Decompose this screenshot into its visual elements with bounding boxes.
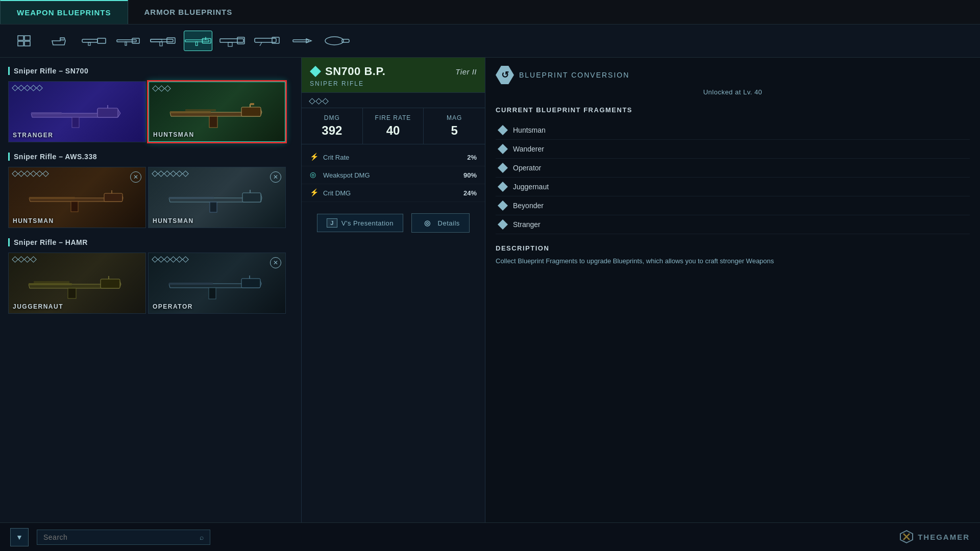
fragment-juggernaut-name: Juggernaut (513, 183, 549, 191)
svg-rect-12 (167, 38, 175, 43)
cat-all[interactable] (10, 31, 39, 51)
svg-rect-21 (228, 42, 232, 46)
search-input[interactable] (43, 533, 195, 541)
tab-weapon-blueprints[interactable]: WEAPON BLUEPRINTS (0, 0, 128, 24)
detail-weapon-icon (310, 66, 321, 77)
cat-special[interactable] (253, 31, 282, 51)
svg-rect-4 (60, 39, 64, 41)
juggernaut-stars (13, 257, 36, 262)
unlock-text: Unlocked at Lv. 40 (496, 88, 970, 96)
top-tabs: WEAPON BLUEPRINTS ARMOR BLUEPRINTS (0, 0, 980, 24)
detail-buttons: J V's Presentation ◎ Details (302, 206, 485, 240)
svg-point-25 (325, 37, 344, 45)
fragment-operator: Operator (496, 159, 970, 178)
svg-rect-52 (169, 283, 213, 285)
stat-dmg-label: DMG (310, 114, 354, 121)
crit-dmg-label: Crit DMG (323, 189, 463, 197)
svg-rect-27 (97, 108, 118, 117)
weapon-card-stranger[interactable]: STRANGER (8, 81, 146, 142)
stat-dmg-value: 392 (310, 123, 354, 138)
cat-lmg[interactable] (218, 31, 247, 51)
bottom-bar: ▼ ⌕ (0, 522, 980, 551)
detail-weapon-name-row: SN700 B.P. Tier II (310, 65, 477, 78)
detail-panel: SN700 B.P. Tier II SNIPER RIFLE DMG 392 … (301, 58, 485, 551)
crit-rate-label: Crit Rate (323, 154, 467, 161)
huntsman2-remove[interactable]: ✕ (130, 171, 141, 183)
fragment-operator-name: Operator (513, 164, 541, 172)
huntsman3-remove[interactable]: ✕ (270, 171, 281, 183)
weapon-card-juggernaut[interactable]: JUGGERNAUT (8, 253, 146, 314)
svg-rect-32 (209, 116, 217, 128)
svg-rect-10 (125, 42, 127, 45)
svg-rect-5 (82, 39, 97, 42)
fragment-huntsman: Huntsman (496, 121, 970, 140)
hamr-cards-row: JUGGERNAUT ✕ (0, 251, 301, 320)
section-title-aws338: Sniper Rifle – AWS.338 (0, 148, 301, 165)
svg-rect-51 (209, 288, 216, 299)
svg-rect-34 (185, 109, 216, 111)
cat-launcher[interactable] (323, 31, 351, 51)
detail-weapon-type: SNIPER RIFLE (310, 80, 477, 87)
weapon-card-huntsman3[interactable]: ✕ HUNTSMAN (148, 167, 286, 228)
watermark-text: THEGAMER (918, 533, 970, 541)
huntsman-stars (153, 86, 170, 91)
cat-pistol[interactable] (45, 31, 74, 51)
svg-rect-16 (202, 38, 211, 43)
attr-crit-rate: ⚡ Crit Rate 2% (302, 148, 485, 166)
stat-mag-label: MAG (432, 114, 477, 121)
fragment-huntsman-name: Huntsman (513, 126, 546, 134)
huntsman2-stars (13, 171, 48, 176)
detail-stats: DMG 392 Fire Rate 40 MAG 5 (302, 108, 485, 144)
tab-armor-blueprints[interactable]: ARMOR BLUEPRINTS (128, 1, 249, 23)
details-key-badge: ◎ (421, 218, 434, 228)
cat-sniper[interactable] (184, 31, 212, 51)
svg-rect-45 (101, 279, 120, 288)
sn700-cards-row: STRANGER (0, 79, 301, 148)
svg-rect-13 (160, 42, 162, 46)
weapon-card-huntsman[interactable]: HUNTSMAN (148, 81, 286, 142)
cat-assault[interactable] (149, 31, 178, 51)
svg-rect-33 (170, 111, 211, 113)
svg-rect-37 (104, 193, 122, 202)
stat-fire-rate: Fire Rate 40 (363, 108, 424, 144)
fragment-stranger-name: Stranger (513, 220, 541, 229)
vs-key-badge: J (327, 218, 337, 228)
attr-weakspot: ◎ Weakspot DMG 90% (302, 166, 485, 184)
svg-rect-39 (29, 197, 75, 199)
cat-melee[interactable] (288, 31, 316, 51)
huntsman2-label: HUNTSMAN (13, 217, 54, 224)
stranger-stars (13, 86, 42, 90)
thegamer-x-logo (899, 530, 914, 544)
fragment-stranger: Stranger (496, 215, 970, 234)
svg-rect-6 (97, 38, 106, 43)
stat-fire-rate-label: Fire Rate (371, 114, 415, 121)
main-layout: Sniper Rifle – SN700 (0, 58, 980, 551)
weapon-card-operator[interactable]: ✕ OPERATOR (148, 253, 286, 314)
filter-button[interactable]: ▼ (10, 528, 29, 546)
stat-fire-rate-value: 40 (371, 123, 415, 138)
weapon-list: Sniper Rifle – SN700 (0, 58, 301, 551)
operator-remove[interactable]: ✕ (270, 257, 281, 268)
description-text: Collect Blueprint Fragments to upgrade B… (496, 256, 970, 267)
detail-header: SN700 B.P. Tier II SNIPER RIFLE (302, 58, 485, 93)
fragment-wanderer-icon (498, 144, 508, 154)
fragment-operator-icon (498, 163, 508, 173)
svg-rect-19 (220, 39, 243, 42)
svg-rect-1 (24, 36, 30, 40)
right-panel: ↺ Blueprint Conversion Unlocked at Lv. 4… (485, 58, 980, 551)
svg-rect-17 (195, 42, 198, 45)
weakspot-value: 90% (463, 171, 477, 179)
svg-rect-3 (24, 41, 30, 46)
juggernaut-label: JUGGERNAUT (13, 303, 63, 310)
detail-stars-row (302, 93, 485, 108)
crit-dmg-value: 24% (463, 189, 477, 197)
cat-shotgun[interactable] (114, 31, 143, 51)
details-button[interactable]: ◎ Details (411, 213, 470, 233)
weapon-card-huntsman2[interactable]: ✕ HUNTSMAN (8, 167, 146, 228)
svg-rect-28 (72, 117, 79, 128)
fragment-huntsman-icon (498, 125, 508, 135)
svg-rect-9 (132, 38, 139, 43)
vs-presentation-button[interactable]: J V's Presentation (317, 214, 403, 232)
cat-smg[interactable] (80, 31, 108, 51)
filter-icon: ▼ (16, 533, 23, 541)
